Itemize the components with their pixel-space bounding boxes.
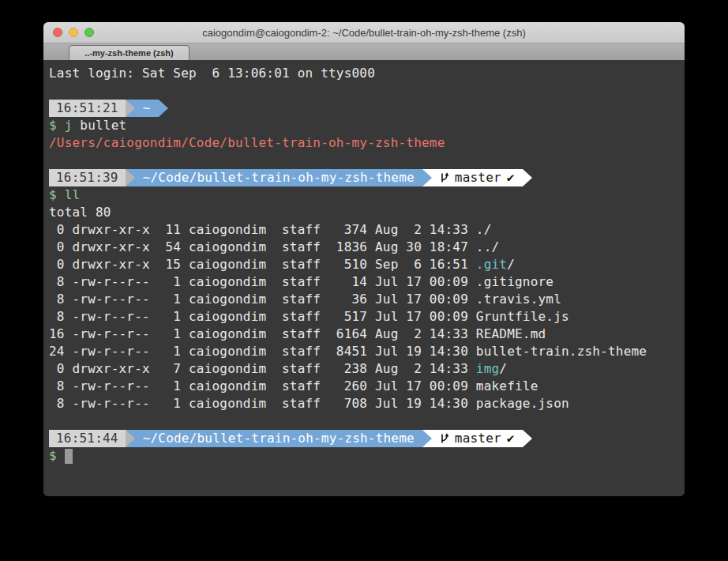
traffic-lights bbox=[53, 22, 94, 43]
ls-row: 8 -rw-r--r-- 1 caiogondim staff 260 Jul … bbox=[49, 378, 679, 395]
ls-row-prefix: 8 -rw-r--r-- 1 caiogondim staff 260 Jul … bbox=[49, 378, 476, 393]
ls-row: 0 drwxr-xr-x 54 caiogondim staff 1836 Au… bbox=[49, 239, 679, 256]
ls-entry-name: ../ bbox=[476, 239, 500, 254]
window-title: caiogondim@caiogondim-2: ~/Code/bullet-t… bbox=[43, 27, 685, 39]
prompt-line-2: 16:51:39 ~/Code/bullet-train-oh-my-zsh-t… bbox=[49, 169, 679, 186]
prompt-path-segment: ~/Code/bullet-train-oh-my-zsh-theme bbox=[135, 430, 422, 447]
ls-row-prefix: 8 -rw-r--r-- 1 caiogondim staff 708 Jul … bbox=[49, 396, 476, 411]
ls-row-prefix: 0 drwxr-xr-x 54 caiogondim staff 1836 Au… bbox=[49, 239, 476, 254]
ls-row: 0 drwxr-xr-x 11 caiogondim staff 374 Aug… bbox=[49, 221, 679, 239]
close-button[interactable] bbox=[53, 28, 62, 37]
powerline-arrow-icon bbox=[422, 430, 432, 447]
command-line-1: $ j bullet bbox=[49, 117, 679, 134]
prompt-git-segment: master ✔ bbox=[432, 169, 523, 186]
prompt-path-segment: ~/Code/bullet-train-oh-my-zsh-theme bbox=[135, 169, 422, 186]
current-command-line: $ bbox=[49, 447, 679, 465]
ls-total-line: total 80 bbox=[49, 204, 679, 221]
ls-entry-name: Gruntfile.js bbox=[476, 309, 569, 324]
ls-row: 8 -rw-r--r-- 1 caiogondim staff 14 Jul 1… bbox=[49, 273, 679, 291]
zoom-button[interactable] bbox=[84, 28, 94, 37]
ls-row: 8 -rw-r--r-- 1 caiogondim staff 708 Jul … bbox=[49, 395, 679, 412]
last-login-line: Last login: Sat Sep 6 13:06:01 on ttys00… bbox=[49, 65, 679, 82]
ls-row-prefix: 8 -rw-r--r-- 1 caiogondim staff 517 Jul … bbox=[49, 309, 476, 324]
ls-entry-name: img bbox=[476, 361, 500, 376]
prompt-char: $ bbox=[49, 187, 65, 202]
ls-row: 16 -rw-r--r-- 1 caiogondim staff 6164 Au… bbox=[49, 326, 679, 343]
blank-line bbox=[49, 152, 679, 169]
ls-row: 0 drwxr-xr-x 7 caiogondim staff 238 Aug … bbox=[49, 360, 679, 378]
last-login-text: Last login: Sat Sep 6 13:06:01 on ttys00… bbox=[49, 66, 375, 81]
ls-entry-name: makefile bbox=[476, 378, 538, 393]
terminal-window: caiogondim@caiogondim-2: ~/Code/bullet-t… bbox=[43, 22, 685, 496]
command-line-2: $ ll bbox=[49, 186, 679, 204]
powerline-arrow-icon bbox=[126, 430, 135, 447]
tab-label: ..-my-zsh-theme (zsh) bbox=[84, 48, 173, 58]
prompt-char: $ bbox=[49, 118, 65, 133]
ls-row: 8 -rw-r--r-- 1 caiogondim staff 517 Jul … bbox=[49, 308, 679, 326]
ls-entry-suffix: / bbox=[499, 361, 507, 376]
ls-row-prefix: 8 -rw-r--r-- 1 caiogondim staff 36 Jul 1… bbox=[49, 292, 476, 307]
prompt-line-1: 16:51:21 ~ bbox=[49, 100, 679, 117]
tab-active[interactable]: ..-my-zsh-theme (zsh) bbox=[69, 45, 190, 60]
ls-row-prefix: 0 drwxr-xr-x 15 caiogondim staff 510 Sep… bbox=[49, 257, 476, 272]
tab-bar: ..-my-zsh-theme (zsh) bbox=[43, 43, 685, 60]
ls-row-prefix: 16 -rw-r--r-- 1 caiogondim staff 6164 Au… bbox=[49, 326, 476, 341]
blank-line bbox=[49, 412, 679, 430]
ls-entry-name: .git bbox=[476, 257, 507, 272]
ls-entry-name: README.md bbox=[476, 326, 546, 341]
ls-entry-name: bullet-train.zsh-theme bbox=[476, 344, 647, 359]
ls-row: 8 -rw-r--r-- 1 caiogondim staff 36 Jul 1… bbox=[49, 291, 679, 308]
terminal-cursor bbox=[65, 449, 73, 464]
blank-line bbox=[49, 82, 679, 100]
git-branch-name: master bbox=[455, 169, 501, 186]
window-titlebar[interactable]: caiogondim@caiogondim-2: ~/Code/bullet-t… bbox=[43, 22, 685, 43]
ls-entry-name: .travis.yml bbox=[476, 292, 561, 307]
powerline-arrow-icon bbox=[126, 100, 135, 117]
prompt-time-segment: 16:51:21 bbox=[49, 100, 126, 117]
powerline-arrow-icon bbox=[159, 100, 168, 117]
git-branch-icon bbox=[440, 171, 449, 184]
git-branch-name: master bbox=[455, 430, 501, 447]
git-clean-check-icon: ✔ bbox=[507, 169, 515, 186]
ls-row-prefix: 0 drwxr-xr-x 11 caiogondim staff 374 Aug… bbox=[49, 222, 476, 237]
ls-row-prefix: 24 -rw-r--r-- 1 caiogondim staff 8451 Ju… bbox=[49, 344, 476, 359]
prompt-time-segment: 16:51:44 bbox=[49, 430, 126, 447]
command-text: ll bbox=[65, 187, 81, 202]
powerline-arrow-icon bbox=[523, 169, 532, 186]
ls-total-text: total 80 bbox=[49, 205, 111, 220]
command-text: j bbox=[65, 118, 73, 133]
git-clean-check-icon: ✔ bbox=[507, 430, 515, 447]
ls-entry-suffix: / bbox=[507, 257, 515, 272]
prompt-char: $ bbox=[49, 447, 65, 465]
ls-entry-name: package.json bbox=[476, 396, 569, 411]
powerline-arrow-icon bbox=[523, 430, 532, 447]
prompt-path-segment: ~ bbox=[135, 100, 159, 117]
terminal-screen[interactable]: Last login: Sat Sep 6 13:06:01 on ttys00… bbox=[43, 60, 685, 496]
ls-entry-name: ./ bbox=[476, 222, 492, 237]
prompt-line-3: 16:51:44 ~/Code/bullet-train-oh-my-zsh-t… bbox=[49, 430, 679, 447]
powerline-arrow-icon bbox=[422, 169, 432, 186]
ls-row: 0 drwxr-xr-x 15 caiogondim staff 510 Sep… bbox=[49, 256, 679, 273]
command-args: bullet bbox=[73, 118, 127, 133]
minimize-button[interactable] bbox=[69, 28, 78, 37]
powerline-arrow-icon bbox=[126, 169, 135, 186]
ls-row-prefix: 8 -rw-r--r-- 1 caiogondim staff 14 Jul 1… bbox=[49, 274, 476, 289]
git-branch-icon bbox=[440, 432, 449, 445]
ls-row-prefix: 0 drwxr-xr-x 7 caiogondim staff 238 Aug … bbox=[49, 361, 476, 376]
prompt-time-segment: 16:51:39 bbox=[49, 169, 126, 186]
prompt-git-segment: master ✔ bbox=[432, 430, 523, 447]
ls-entry-name: .gitignore bbox=[476, 274, 554, 289]
jump-output-path: /Users/caiogondim/Code/bullet-train-oh-m… bbox=[49, 135, 445, 150]
jump-output-line: /Users/caiogondim/Code/bullet-train-oh-m… bbox=[49, 134, 679, 152]
ls-row: 24 -rw-r--r-- 1 caiogondim staff 8451 Ju… bbox=[49, 343, 679, 360]
